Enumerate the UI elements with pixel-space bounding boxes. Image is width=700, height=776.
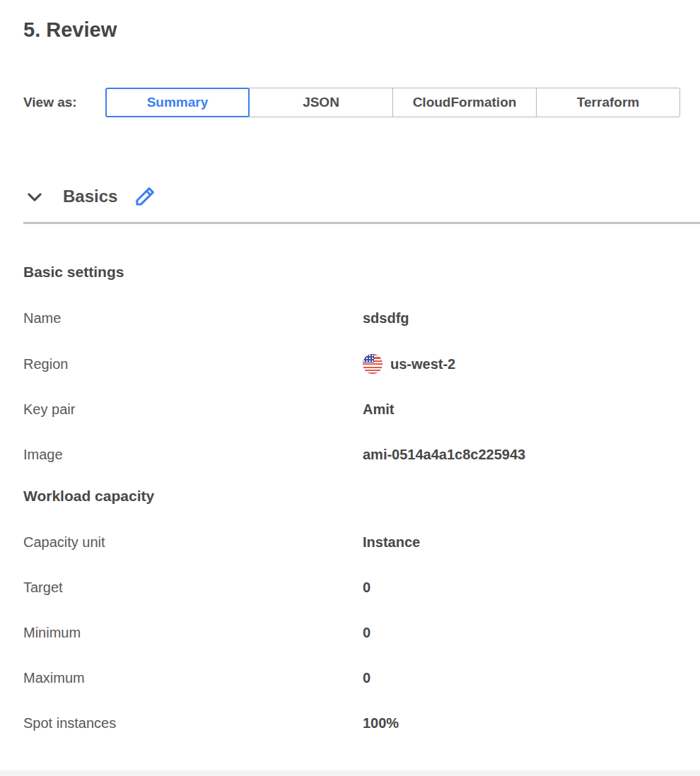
summary-row: Key pairAmit [23,400,394,419]
summary-row: Maximum0 [23,669,371,688]
flag-canton [363,354,374,363]
row-value: sdsdfg [363,310,409,327]
summary-row: Imageami-0514a4a1c8c225943 [23,445,525,464]
page-title: 5. Review [23,18,117,42]
row-label: Maximum [23,670,363,686]
row-label: Spot instances [23,715,363,731]
tab-summary[interactable]: Summary [105,88,250,117]
summary-row: Capacity unitInstance [23,533,420,552]
row-value-text: sdsdfg [363,310,409,327]
row-label: Key pair [23,401,363,418]
view-as-tabs: SummaryJSONCloudFormationTerraform [105,88,680,117]
view-as-row: View as: SummaryJSONCloudFormationTerraf… [23,88,680,117]
summary-groups: Basic settingsNamesdsdfgRegionus-west-2K… [0,224,525,733]
review-page: 5. Review View as: SummaryJSONCloudForma… [0,0,700,733]
summary-row: Target0 [23,578,371,597]
row-value: 0 [363,625,371,641]
summary-row: Minimum0 [23,623,371,642]
group-title: Basic settings [23,262,124,281]
row-value-text: 0 [363,670,371,686]
tab-json[interactable]: JSON [249,88,393,117]
basics-section-header[interactable]: Basics [23,185,156,207]
summary-row: Regionus-west-2 [23,354,455,374]
tab-cloudformation[interactable]: CloudFormation [392,88,537,117]
settings-group: Basic settingsNamesdsdfgRegionus-west-2K… [0,224,525,464]
row-value: ami-0514a4a1c8c225943 [363,447,525,463]
row-label: Region [23,356,363,372]
row-label: Name [23,310,363,327]
row-label: Minimum [23,625,363,641]
row-value-text: us-west-2 [390,356,455,372]
row-value: 0 [363,580,371,596]
section-title: Basics [63,187,117,206]
row-value-text: 0 [363,580,371,596]
row-value-text: 100% [363,715,399,731]
group-title: Workload capacity [23,486,154,505]
row-label: Capacity unit [23,534,363,551]
row-value-text: 0 [363,625,371,641]
row-label: Target [23,580,363,596]
settings-group: Workload capacityCapacity unitInstanceTa… [0,464,525,733]
row-value-text: ami-0514a4a1c8c225943 [363,447,525,463]
bottom-section-divider [0,770,700,776]
tab-terraform[interactable]: Terraform [536,88,680,117]
row-value: Instance [363,534,420,551]
row-value: us-west-2 [363,354,455,374]
edit-pencil-icon[interactable] [134,185,156,207]
row-value-text: Instance [363,534,420,551]
row-label: Image [23,447,363,463]
summary-row: Spot instances100% [23,714,399,733]
view-as-label: View as: [23,95,105,110]
chevron-down-icon[interactable] [25,187,45,207]
row-value: 100% [363,715,399,731]
row-value: 0 [363,670,371,686]
row-value-text: Amit [363,401,394,418]
summary-row: Namesdsdfg [23,309,409,328]
us-flag-icon [363,354,383,374]
row-value: Amit [363,401,394,418]
